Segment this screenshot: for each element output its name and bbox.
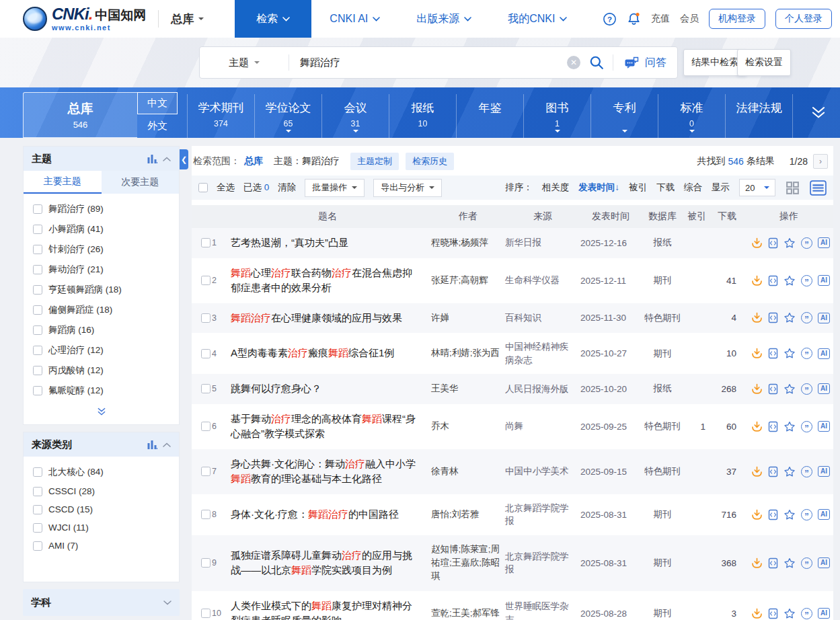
filter-checkbox[interactable] xyxy=(33,346,42,355)
result-authors[interactable]: 徐青林 xyxy=(431,465,505,478)
select-all-label[interactable]: 全选 xyxy=(217,182,235,194)
batch-actions-button[interactable]: 批量操作 xyxy=(305,179,365,197)
sort-relevance[interactable]: 相关度 xyxy=(542,182,570,194)
filter-checkbox-item[interactable]: 亨廷顿舞蹈病 (18) xyxy=(24,280,179,300)
filter-checkbox[interactable] xyxy=(33,305,42,315)
filter-checkbox[interactable] xyxy=(33,225,42,234)
search-history-chip[interactable]: 检索历史 xyxy=(406,153,454,170)
favorite-star-icon[interactable] xyxy=(784,348,796,359)
collapse-section-icon[interactable] xyxy=(163,157,171,161)
download-icon[interactable] xyxy=(751,509,763,520)
filter-checkbox[interactable] xyxy=(33,204,42,214)
result-source[interactable]: 中国神经精神疾病杂志 xyxy=(505,340,580,366)
result-authors[interactable]: 赵知博;陈莱宣;周祐瑄;王嘉欣;陈昭琪 xyxy=(431,543,505,584)
ai-assistant-button[interactable]: AI xyxy=(818,348,830,359)
result-authors[interactable]: 萱乾;王美;郝军锋 xyxy=(431,607,505,620)
filter-checkbox[interactable] xyxy=(33,523,42,533)
ai-assistant-button[interactable]: AI xyxy=(818,557,830,568)
qa-button[interactable]: 问答 xyxy=(613,56,677,70)
filter-checkbox-item[interactable]: 舞动治疗 (21) xyxy=(24,260,179,280)
filter-checkbox-item[interactable]: 偏侧舞蹈症 (18) xyxy=(24,300,179,320)
citation-quote-icon[interactable]: ” xyxy=(801,509,812,520)
citation-quote-icon[interactable]: ” xyxy=(801,383,812,395)
result-authors[interactable]: 程晓琳;杨频萍 xyxy=(431,236,505,249)
cnki-logo[interactable]: CNKi. 中国知网 www.cnki.net xyxy=(23,6,146,32)
citation-quote-icon[interactable]: ” xyxy=(801,312,812,323)
result-source[interactable]: 百科知识 xyxy=(505,311,580,325)
row-checkbox[interactable] xyxy=(201,510,211,519)
favorite-star-icon[interactable] xyxy=(784,237,796,249)
html-read-icon[interactable] xyxy=(768,237,778,249)
filter-checkbox-item[interactable]: CSSCI (28) xyxy=(24,482,179,500)
citation-quote-icon[interactable]: ” xyxy=(801,421,812,432)
scope-value[interactable]: 总库 xyxy=(244,155,263,167)
select-all-checkbox[interactable] xyxy=(198,183,208,192)
filter-checkbox[interactable] xyxy=(33,467,42,477)
db-tab[interactable]: 报纸 10 xyxy=(389,94,456,138)
result-authors[interactable]: 林晴;利婧;张为西 xyxy=(431,346,505,360)
row-checkbox[interactable] xyxy=(201,313,211,323)
favorite-star-icon[interactable] xyxy=(784,421,796,432)
html-read-icon[interactable] xyxy=(768,312,778,323)
sort-downloads[interactable]: 下载 xyxy=(656,182,675,194)
ai-assistant-button[interactable]: AI xyxy=(818,237,830,248)
filter-checkbox[interactable] xyxy=(33,285,42,295)
result-title-link[interactable]: 基于舞动治疗理念的高校体育舞蹈课程“身心融合”教学模式探索 xyxy=(224,412,431,442)
favorite-star-icon[interactable] xyxy=(784,466,796,477)
db-tab-total-library[interactable]: 总库 546 xyxy=(23,92,137,138)
html-read-icon[interactable] xyxy=(768,509,778,520)
filter-checkbox[interactable] xyxy=(33,325,42,335)
filter-checkbox-item[interactable]: 心理治疗 (12) xyxy=(24,340,179,360)
result-title-link[interactable]: 身体·文化·疗愈：舞蹈治疗的中国路径 xyxy=(224,507,431,522)
download-icon[interactable] xyxy=(751,275,763,286)
tab-main-topic[interactable]: 主要主题 xyxy=(24,171,102,194)
result-title-link[interactable]: 人类作业模式下的舞蹈康复护理对精神分裂症患者睡眠质量的影响 xyxy=(224,598,431,620)
sidebar-collapse-handle[interactable]: ❮ xyxy=(180,149,188,169)
html-read-icon[interactable] xyxy=(768,383,778,395)
filter-checkbox[interactable] xyxy=(33,245,42,254)
citation-quote-icon[interactable]: ” xyxy=(801,557,812,569)
expand-more-topics-icon[interactable] xyxy=(24,402,179,424)
html-read-icon[interactable] xyxy=(768,466,778,477)
download-icon[interactable] xyxy=(751,348,763,359)
result-source[interactable]: 中国中小学美术 xyxy=(505,465,580,478)
db-tab[interactable]: 法律法规 xyxy=(725,94,793,138)
export-analyze-button[interactable]: 导出与分析 xyxy=(373,179,442,197)
more-databases-button[interactable] xyxy=(797,87,840,138)
search-field-selector[interactable]: 主题 xyxy=(200,56,289,69)
nav-search[interactable]: 检索 xyxy=(235,0,311,38)
result-source[interactable]: 尚舞 xyxy=(505,420,580,433)
filter-checkbox-item[interactable]: AMI (7) xyxy=(24,537,179,555)
citation-quote-icon[interactable]: ” xyxy=(801,608,812,619)
search-input[interactable] xyxy=(289,57,567,69)
subject-section-bar[interactable]: 学科 xyxy=(23,589,180,616)
expand-section-icon[interactable] xyxy=(163,600,171,605)
row-checkbox[interactable] xyxy=(201,349,211,358)
ai-assistant-button[interactable]: AI xyxy=(818,509,830,520)
db-tab[interactable]: 年鉴 xyxy=(456,94,523,138)
html-read-icon[interactable] xyxy=(768,421,778,432)
lang-foreign-tab[interactable]: 外文 xyxy=(137,114,178,138)
result-authors[interactable]: 王美华 xyxy=(431,382,505,395)
row-checkbox[interactable] xyxy=(201,467,211,476)
filter-checkbox-item[interactable]: CSCD (15) xyxy=(24,500,179,518)
member-link[interactable]: 会员 xyxy=(680,13,699,25)
ai-assistant-button[interactable]: AI xyxy=(818,275,830,286)
row-checkbox[interactable] xyxy=(201,384,211,393)
result-cited-count[interactable]: 1 xyxy=(684,422,710,432)
ai-assistant-button[interactable]: AI xyxy=(818,608,830,619)
filter-checkbox[interactable] xyxy=(33,487,42,496)
download-icon[interactable] xyxy=(751,608,763,619)
filter-checkbox[interactable] xyxy=(33,366,42,375)
found-count[interactable]: 546 xyxy=(728,156,743,167)
result-source[interactable]: 新华日报 xyxy=(505,236,580,249)
tab-secondary-topic[interactable]: 次要主题 xyxy=(102,171,180,194)
filter-checkbox-item[interactable]: 小舞蹈病 (41) xyxy=(24,219,179,239)
search-icon[interactable] xyxy=(589,55,604,70)
filter-checkbox-item[interactable]: 北大核心 (84) xyxy=(24,462,179,482)
db-tab[interactable]: 标准 0 xyxy=(658,94,725,138)
result-authors[interactable]: 张延芹;高朝辉 xyxy=(431,274,505,287)
collapse-section-icon[interactable] xyxy=(163,442,171,447)
next-page-button[interactable]: › xyxy=(813,154,828,169)
result-source[interactable]: 世界睡眠医学杂志 xyxy=(505,600,580,620)
